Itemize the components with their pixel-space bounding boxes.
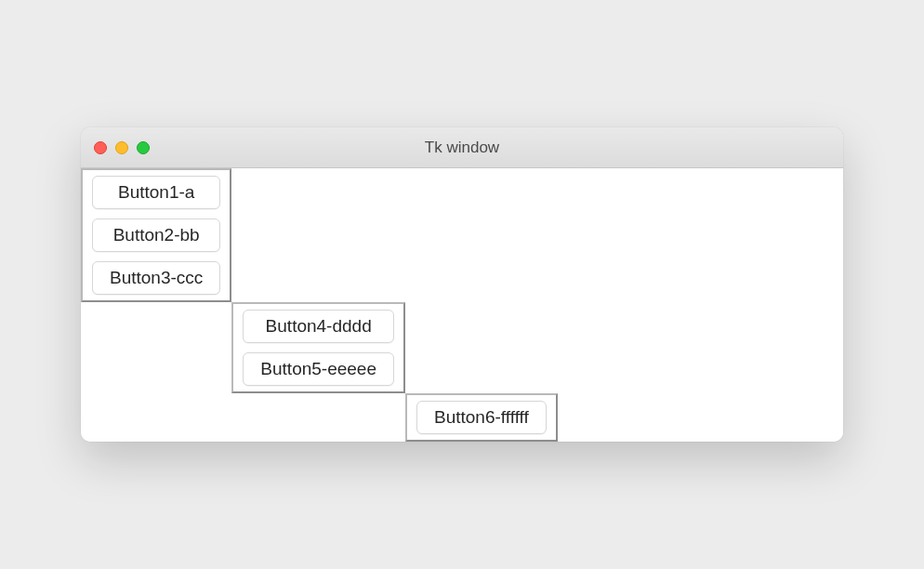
button-1a[interactable]: Button1-a (92, 176, 220, 209)
titlebar: Tk window (81, 127, 843, 168)
frame-2: Button4-dddd Button5-eeeee (231, 302, 405, 393)
button-5eeeee[interactable]: Button5-eeeee (243, 352, 394, 386)
frame-1: Button1-a Button2-bb Button3-ccc (81, 168, 231, 302)
traffic-lights (94, 141, 150, 154)
tk-window: Tk window Button1-a Button2-bb Button3-c… (81, 127, 843, 442)
close-icon[interactable] (94, 141, 107, 154)
content-area: Button1-a Button2-bb Button3-ccc Button4… (81, 168, 843, 442)
zoom-icon[interactable] (137, 141, 150, 154)
frame-3: Button6-ffffff (405, 393, 558, 442)
button-3ccc[interactable]: Button3-ccc (92, 261, 220, 295)
button-6ffffff[interactable]: Button6-ffffff (416, 401, 547, 434)
window-title: Tk window (81, 139, 843, 157)
minimize-icon[interactable] (115, 141, 128, 154)
button-2bb[interactable]: Button2-bb (92, 218, 220, 252)
button-4dddd[interactable]: Button4-dddd (243, 310, 394, 343)
